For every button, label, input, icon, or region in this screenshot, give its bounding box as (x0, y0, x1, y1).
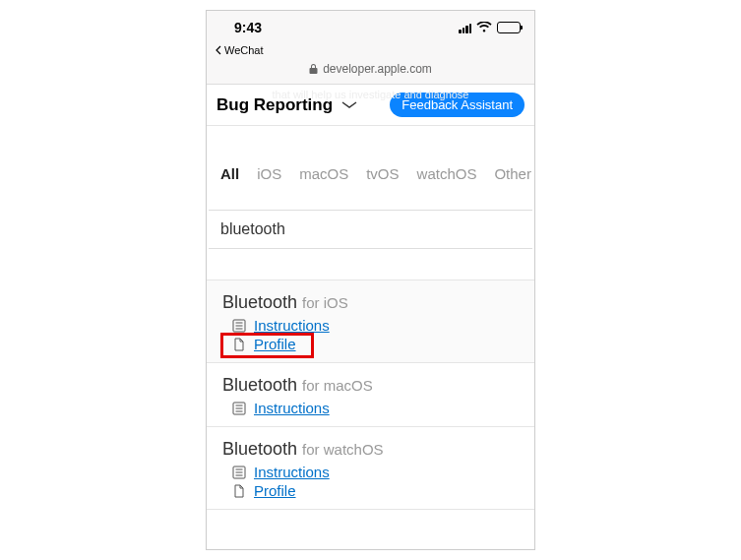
status-time: 9:43 (234, 20, 262, 35)
list-icon (232, 466, 246, 479)
page-title: Bug Reporting (216, 95, 333, 115)
result-title: Bluetooth for macOS (222, 375, 519, 396)
lock-icon (309, 63, 318, 75)
platform-tabs: All iOS macOS tvOS watchOS Other (207, 126, 534, 210)
result-link[interactable]: Instructions (254, 317, 330, 334)
page-subheader: that will help us investigate and diagno… (207, 85, 534, 126)
results-list: Bluetooth for iOSInstructionsProfileBlue… (207, 280, 534, 510)
status-bar: 9:43 (207, 11, 534, 44)
spacer (207, 249, 534, 280)
result-link-row: Instructions (232, 464, 519, 480)
list-icon (232, 319, 246, 333)
result-link[interactable]: Profile (254, 336, 296, 352)
result-link[interactable]: Instructions (254, 464, 330, 480)
result-link-row: Profile (232, 482, 519, 499)
back-to-app[interactable]: WeChat (207, 44, 534, 60)
result-item: Bluetooth for iOSInstructionsProfile (207, 280, 534, 363)
result-title: Bluetooth for iOS (222, 292, 519, 313)
search-input[interactable] (209, 211, 532, 248)
list-icon (232, 402, 246, 415)
result-link-row: Instructions (232, 400, 519, 416)
tab-other[interactable]: Other (494, 165, 531, 182)
cellular-icon (459, 23, 471, 33)
tab-watchos[interactable]: watchOS (417, 165, 477, 182)
tab-ios[interactable]: iOS (257, 165, 281, 182)
tab-macos[interactable]: macOS (299, 165, 348, 182)
url-bar[interactable]: developer.apple.com (207, 60, 534, 85)
back-app-label: WeChat (224, 44, 264, 56)
result-link-row: Instructions (232, 317, 519, 334)
wifi-icon (476, 22, 492, 33)
document-icon (232, 484, 246, 498)
result-link[interactable]: Instructions (254, 400, 330, 416)
result-link[interactable]: Profile (254, 482, 296, 499)
search-box (209, 210, 532, 249)
url-text: developer.apple.com (323, 62, 432, 76)
battery-icon (497, 22, 521, 33)
tab-tvos[interactable]: tvOS (366, 165, 399, 182)
phone-frame: 9:43 WeChat developer.apple.com that wil… (206, 10, 535, 550)
document-icon (232, 338, 246, 351)
result-item: Bluetooth for macOSInstructions (207, 363, 534, 427)
result-item: Bluetooth for watchOSInstructionsProfile (207, 427, 534, 510)
tab-all[interactable]: All (220, 165, 239, 182)
result-title: Bluetooth for watchOS (222, 439, 519, 460)
chevron-down-icon[interactable] (340, 100, 358, 110)
result-link-row: Profile (232, 336, 519, 352)
feedback-assistant-button[interactable]: Feedback Assistant (390, 93, 525, 117)
